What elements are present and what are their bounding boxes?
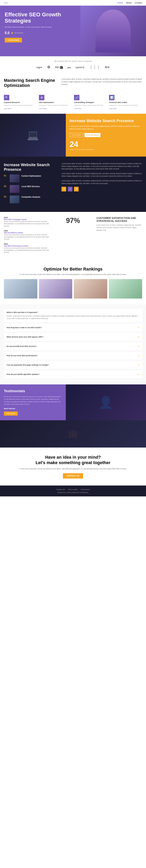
awards-far-right: CUSTOMER SATISFACTION AND STRATEGICAL SU…	[96, 217, 142, 256]
increase-title: Increase Website Search Presence	[70, 118, 142, 123]
faq-item-5[interactable]: How do you track SEO performance? +	[4, 352, 142, 360]
faq-section: What is SEO and why is it important? Ans…	[0, 304, 146, 384]
footer-link-1[interactable]: Sample Link	[56, 489, 65, 490]
nav-about[interactable]: About	[126, 2, 132, 4]
hero-description: Sint litora laoreet porttitor, no elit L…	[5, 26, 76, 29]
sp-arrow-icon-1[interactable]: ↗	[61, 187, 66, 191]
faq-content-1: What is SEO and why is it important? Ans…	[7, 311, 138, 320]
hero-image	[80, 6, 146, 56]
award-name-2: SEO Excellence Award	[4, 232, 50, 234]
service-link-keyword[interactable]: Learn More	[4, 108, 11, 110]
sp-text-1: Content Optimization	[22, 175, 41, 178]
award-2: 2020 SEO Excellence Award At vero eos et…	[4, 230, 50, 240]
service-desc-seo: Sample text. Click to select the Text El…	[39, 104, 72, 106]
faq-question-7: How do you handle algorithm updates?	[7, 373, 138, 375]
faq-icon-6: +	[138, 363, 139, 367]
optimize-image-3	[74, 279, 107, 299]
testimonials-section: Testimonials At vero eos et accusam et j…	[0, 384, 146, 420]
nav-home[interactable]: Home	[117, 2, 123, 4]
increase-number: 24	[70, 140, 142, 149]
faq-icon-3: +	[138, 335, 139, 339]
award-name-1: Best SEO Campaign Award	[4, 218, 50, 220]
testimonials-cta-button[interactable]: VIEW MORE	[4, 411, 18, 415]
keyword-icon: 🔍	[4, 95, 9, 100]
hero-rating-score: 5.0	[5, 31, 9, 35]
faq-question-2: How long does it take to see SEO results…	[7, 327, 138, 329]
sp-arrow-icon-3[interactable]: ↗	[74, 187, 79, 191]
hero-rating: 5.0 ★ 48 reviews	[5, 31, 76, 35]
faq-item-2[interactable]: How long does it take to see SEO results…	[4, 324, 142, 332]
mastering-left: Mastering Search Engine Optimization	[4, 78, 58, 90]
nav-contact[interactable]: Contact	[135, 2, 142, 4]
faq-item-6[interactable]: Can you guarantee first-page rankings on…	[4, 361, 142, 369]
faq-content-7: How do you handle algorithm updates?	[7, 373, 138, 375]
faq-question-3: What services does your SEO agency offer…	[7, 336, 138, 338]
service-link-audit[interactable]: Learn More	[109, 108, 116, 110]
testimonials-author: Mark Fletcher	[4, 408, 62, 409]
service-name-audit: Technical SEO Audits	[109, 101, 142, 103]
sp-item-3: 03 Competitor Analysis	[4, 195, 58, 203]
sp-left: Increase Website Search Presence 01 Cont…	[4, 162, 58, 206]
mastering-right: Lorem ipsum dolor sit amet, consectetur …	[61, 78, 142, 90]
awards-success-title: CUSTOMER SATISFACTION AND STRATEGICAL SU…	[96, 217, 142, 222]
optimize-image-4	[109, 279, 142, 299]
service-name-seo: SEO Optimization	[39, 101, 72, 103]
awards-percent: 97%	[54, 217, 93, 225]
hero-cta-button[interactable]: LEARN MORE	[5, 38, 22, 42]
sp-num-1: 01	[4, 175, 8, 177]
sp-image-3	[10, 195, 20, 203]
sp-right-text3: Lorem ipsum dolor sit amet, consetetur s…	[61, 180, 142, 185]
sp-item-2: 02 Local SEO Services	[4, 185, 58, 193]
sp-item-title-2: Local SEO Services	[22, 185, 40, 188]
service-link-seo[interactable]: Learn More	[39, 108, 46, 110]
hero-reviews: 48 reviews	[14, 32, 23, 34]
faq-content-4: Do you provide local SEO services?	[7, 345, 138, 347]
view-more-button[interactable]: VIEW MORE	[70, 133, 83, 137]
partner-logo-3: HD ▶	[55, 66, 63, 69]
sp-num-2: 02	[4, 185, 8, 187]
sp-item-title-3: Competitor Analysis	[22, 195, 40, 198]
faq-item-1[interactable]: What is SEO and why is it important? Ans…	[4, 309, 142, 322]
services-grid: 🔍 Keyword Research Sample text. Click to…	[0, 95, 146, 114]
link-icon: 🔗	[74, 95, 80, 100]
navigation: logo Home About Contact	[0, 0, 146, 6]
service-link-link[interactable]: Learn More	[74, 108, 81, 110]
optimize-images	[4, 279, 142, 299]
footer: Sample Link Click to select Text Element…	[0, 486, 146, 496]
footer-link-3[interactable]: Text Element	[81, 489, 90, 490]
work-image: 💼	[68, 429, 78, 438]
faq-item-7[interactable]: How do you handle algorithm updates? +	[4, 370, 142, 378]
service-desc-keyword: Sample text. Click to select the Text El…	[4, 104, 37, 106]
increase-buttons: VIEW MORE HOW WE WORK	[70, 133, 142, 137]
testimonials-image: 👤	[66, 384, 146, 420]
footer-links: Sample Link Click to select Text Element	[4, 489, 142, 490]
faq-question-6: Can you guarantee first-page rankings on…	[7, 364, 138, 366]
service-desc-link: Sample text. Click to select the Text El…	[74, 104, 107, 106]
cta-button[interactable]: CONTACT US	[63, 473, 83, 478]
service-name-link: Link Building Strategies	[74, 101, 107, 103]
partners-title: We worked with the world's best companie…	[4, 60, 142, 62]
faq-content-3: What services does your SEO agency offer…	[7, 336, 138, 338]
footer-link-2[interactable]: Click to select	[68, 489, 78, 490]
sp-arrow-icon-2[interactable]: ↗	[68, 187, 72, 191]
logo: logo	[4, 2, 8, 4]
award-year-1: 2016	[4, 217, 50, 218]
partner-logo-1: ogie	[36, 66, 42, 69]
optimize-image-1	[4, 279, 37, 299]
testimonials-left: Testimonials At vero eos et accusam et j…	[0, 384, 66, 420]
sp-text-2: Local SEO Services	[22, 185, 40, 188]
footer-copyright: Sample text. Click to select the Text El…	[4, 492, 142, 493]
sp-text-3: Competitor Analysis	[22, 195, 40, 199]
award-1: 2016 Best SEO Campaign Award At vero eos…	[4, 217, 50, 227]
faq-item-3[interactable]: What services does your SEO agency offer…	[4, 333, 142, 341]
sp-right: Lorem ipsum dolor sit amet, consetetur s…	[61, 162, 142, 206]
award-desc-2: At vero eos et accusam et justo duo dolo…	[4, 234, 50, 240]
sp-image-1	[10, 175, 20, 182]
awards-section: 2016 Best SEO Campaign Award At vero eos…	[0, 212, 146, 261]
faq-item-4[interactable]: Do you provide local SEO services? +	[4, 342, 142, 350]
sp-num-3: 03	[4, 195, 8, 198]
partner-logo-2: ⚙	[47, 65, 51, 69]
service-card-keyword: 🔍 Keyword Research Sample text. Click to…	[4, 95, 37, 110]
faq-question-5: How do you track SEO performance?	[7, 354, 138, 356]
how-we-work-button[interactable]: HOW WE WORK	[85, 133, 100, 137]
